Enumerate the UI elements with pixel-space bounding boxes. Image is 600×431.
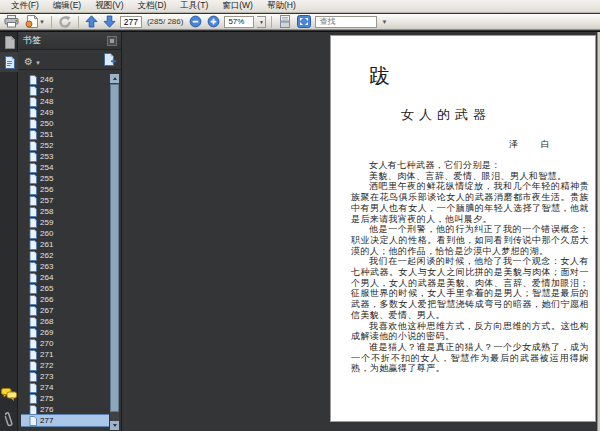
bookmark-item[interactable]: 276 bbox=[21, 404, 109, 415]
options-menu-button[interactable]: ⚙▼ bbox=[24, 51, 41, 69]
export-document-icon bbox=[24, 15, 38, 28]
scroll-up-arrow[interactable] bbox=[110, 74, 119, 83]
bookmark-label: 253 bbox=[40, 152, 53, 161]
panel-header: 书签 bbox=[19, 32, 121, 50]
bookmark-item[interactable]: 246 bbox=[21, 74, 109, 85]
body-paragraph: 美貌、肉体、言辞、爱情、眼泪、男人和智慧。 bbox=[351, 171, 589, 182]
bookmark-label: 271 bbox=[40, 350, 53, 359]
bookmark-label: 260 bbox=[40, 229, 53, 238]
menu-item[interactable]: 文档(D) bbox=[131, 0, 174, 13]
comments-panel-tab[interactable] bbox=[1, 388, 17, 401]
bookmark-item[interactable]: 265 bbox=[21, 283, 109, 294]
bookmark-item[interactable]: 250 bbox=[21, 118, 109, 129]
menu-item[interactable]: 窗口(W) bbox=[215, 0, 260, 13]
pages-panel-tab[interactable] bbox=[0, 32, 18, 52]
bookmark-item[interactable]: 256 bbox=[21, 184, 109, 195]
bookmark-item[interactable]: 247 bbox=[21, 85, 109, 96]
bookmark-item[interactable]: 263 bbox=[21, 261, 109, 272]
bookmark-label: 261 bbox=[40, 240, 53, 249]
zoom-out-button[interactable] bbox=[188, 15, 203, 29]
zoom-in-icon bbox=[207, 15, 220, 28]
bookmark-item[interactable]: 252 bbox=[21, 140, 109, 151]
menu-item[interactable]: 文件(F) bbox=[4, 0, 46, 13]
scrolling-pages-icon bbox=[278, 15, 292, 28]
bookmark-item[interactable]: 264 bbox=[21, 272, 109, 283]
previous-view-button[interactable] bbox=[57, 15, 73, 29]
bookmark-item[interactable]: 277 bbox=[21, 415, 109, 426]
bookmark-item[interactable]: 270 bbox=[21, 338, 109, 349]
bookmark-label: 252 bbox=[40, 141, 53, 150]
panel-toolbar: ⚙▼ bbox=[19, 50, 121, 70]
find-input[interactable] bbox=[315, 16, 377, 28]
bookmark-item[interactable]: 259 bbox=[21, 217, 109, 228]
bookmark-item[interactable]: 249 bbox=[21, 107, 109, 118]
bookmark-item[interactable]: 251 bbox=[21, 129, 109, 140]
bookmark-item[interactable]: 269 bbox=[21, 327, 109, 338]
find-dropdown-arrow[interactable]: ▼ bbox=[381, 19, 387, 25]
bookmark-item[interactable]: 272 bbox=[21, 360, 109, 371]
bookmarks-panel-tab[interactable] bbox=[0, 52, 18, 72]
body-paragraph: 女人有七种武器，它们分别是： bbox=[351, 160, 589, 171]
pdf-reader-window: 文件(F)编辑(E)视图(V)文档(D)工具(T)窗口(W)帮助(H) ▼ bbox=[0, 0, 600, 431]
bookmark-item[interactable]: 267 bbox=[21, 305, 109, 316]
menu-item[interactable]: 工具(T) bbox=[173, 0, 215, 13]
bookmark-label: 265 bbox=[40, 284, 53, 293]
bookmark-item[interactable]: 248 bbox=[21, 96, 109, 107]
export-button[interactable]: ▼ bbox=[23, 15, 46, 29]
panel-title: 书签 bbox=[23, 34, 41, 47]
attachments-panel-tab[interactable] bbox=[1, 410, 17, 430]
bookmark-item[interactable]: 262 bbox=[21, 250, 109, 261]
bookmark-item[interactable]: 261 bbox=[21, 239, 109, 250]
bookmark-item[interactable]: 268 bbox=[21, 316, 109, 327]
zoom-in-button[interactable] bbox=[206, 15, 221, 29]
bookmark-label: 268 bbox=[40, 317, 53, 326]
printer-icon bbox=[4, 15, 19, 28]
panel-options-button[interactable] bbox=[107, 36, 117, 46]
pages-icon bbox=[4, 36, 15, 49]
bookmark-list: 246 247 248 249 250 251 252 253 254 255 … bbox=[21, 74, 109, 428]
body-paragraph: 我们在一起闲谈的时候，他给了我一个观念：女人有七种武器。女人与女人之间比拼的是美… bbox=[351, 256, 589, 320]
menu-bar: 文件(F)编辑(E)视图(V)文档(D)工具(T)窗口(W)帮助(H) bbox=[0, 0, 600, 13]
page-number-input[interactable] bbox=[120, 16, 142, 28]
new-bookmark-button[interactable] bbox=[103, 53, 116, 66]
zoom-level-value[interactable]: 57% bbox=[224, 16, 254, 28]
menu-item[interactable]: 编辑(E) bbox=[46, 0, 88, 13]
next-page-button[interactable] bbox=[102, 15, 117, 29]
body-paragraph: 他是一个刑警，他的行为纠正了我的一个错误概念：职业决定人的性格。看到他，如同看到… bbox=[351, 224, 589, 256]
zoom-dropdown-arrow[interactable]: ▼ bbox=[257, 16, 266, 28]
body-paragraph: 酒吧里午夜的鲜花纵情绽放，我和几个年轻的精神贵族聚在花鸟俱乐部谈论女人的武器消磨… bbox=[351, 181, 589, 224]
menu-item[interactable]: 视图(V) bbox=[88, 0, 130, 13]
article-body: 女人有七种武器，它们分别是：美貌、肉体、言辞、爱情、眼泪、男人和智慧。酒吧里午夜… bbox=[351, 160, 589, 374]
body-paragraph: 谁是猎人？谁是真正的猎人？一个少女成熟了，成为一个不折不扣的女人，智慧作为最后的… bbox=[351, 342, 589, 374]
scroll-down-arrow[interactable] bbox=[110, 421, 119, 430]
document-canvas[interactable]: 跋 女人的武器 泽 白 女人有七种武器，它们分别是：美貌、肉体、言辞、爱情、眼泪… bbox=[123, 32, 597, 431]
bookmark-item[interactable]: 255 bbox=[21, 173, 109, 184]
bookmark-item[interactable]: 257 bbox=[21, 195, 109, 206]
bookmark-label: 250 bbox=[40, 119, 53, 128]
print-button[interactable] bbox=[3, 15, 20, 29]
bookmark-item[interactable]: 266 bbox=[21, 294, 109, 305]
article-title: 女人的武器 bbox=[401, 106, 491, 124]
previous-page-button[interactable] bbox=[84, 15, 99, 29]
scrolling-mode-button[interactable] bbox=[277, 15, 293, 29]
bookmark-list-scrollbar[interactable] bbox=[110, 74, 119, 430]
bookmark-item[interactable]: 253 bbox=[21, 151, 109, 162]
bookmark-item[interactable]: 273 bbox=[21, 371, 109, 382]
scrollbar-thumb[interactable] bbox=[110, 84, 119, 412]
bookmark-label: 258 bbox=[40, 207, 53, 216]
bookmark-label: 277 bbox=[40, 416, 53, 425]
bookmark-item[interactable]: 275 bbox=[21, 393, 109, 404]
bookmark-item[interactable]: 258 bbox=[21, 206, 109, 217]
bookmark-item[interactable]: 271 bbox=[21, 349, 109, 360]
toolbar-separator bbox=[78, 16, 79, 28]
bookmark-label: 263 bbox=[40, 262, 53, 271]
toolbar-separator bbox=[271, 16, 272, 28]
export-dropdown-arrow: ▼ bbox=[39, 19, 45, 25]
bookmark-item[interactable]: 260 bbox=[21, 228, 109, 239]
bookmark-label: 267 bbox=[40, 306, 53, 315]
bookmark-label: 276 bbox=[40, 405, 53, 414]
bookmark-item[interactable]: 254 bbox=[21, 162, 109, 173]
fit-window-button[interactable] bbox=[296, 15, 312, 29]
bookmark-item[interactable]: 274 bbox=[21, 382, 109, 393]
menu-item[interactable]: 帮助(H) bbox=[260, 0, 303, 13]
